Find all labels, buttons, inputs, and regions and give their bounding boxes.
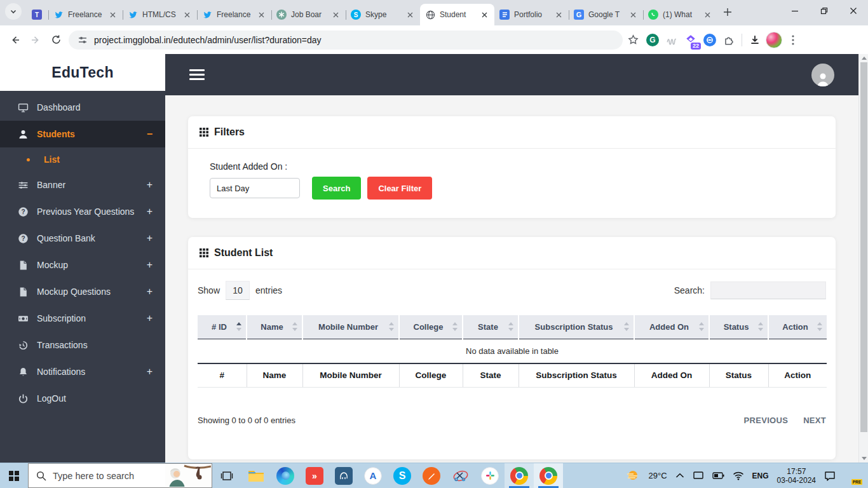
column-header-college[interactable]: College — [399, 315, 463, 339]
scroll-up-arrow[interactable] — [859, 54, 868, 62]
task-view-button[interactable] — [212, 463, 241, 488]
sidebar-item-students[interactable]: Students − — [0, 121, 165, 147]
browser-tab[interactable]: Portfolio — [494, 4, 569, 25]
chrome-taskbar-icon[interactable] — [505, 463, 534, 488]
reload-button[interactable] — [46, 30, 66, 50]
edge-icon[interactable] — [271, 463, 300, 488]
browser-tab[interactable]: HTML/CS — [123, 4, 197, 25]
browser-tab[interactable]: (1) What — [643, 4, 717, 25]
close-icon[interactable] — [182, 10, 192, 20]
column-header-action[interactable]: Action — [768, 315, 827, 339]
browser-tab[interactable]: S Skype — [346, 4, 420, 25]
bookmark-star-button[interactable] — [623, 30, 643, 50]
sidebar-item-mockup[interactable]: Mockup + — [0, 252, 165, 278]
url-text[interactable]: project.imgglobal.in/edutech/admin/user/… — [94, 35, 322, 45]
sidebar-item-mockup-questions[interactable]: Mockup Questions + — [0, 278, 165, 305]
extension-purple-icon[interactable]: 22 — [681, 30, 700, 50]
new-tab-button[interactable] — [719, 3, 736, 21]
user-avatar[interactable] — [811, 64, 834, 86]
column-header-mobile[interactable]: Mobile Number — [302, 315, 399, 339]
student-added-on-input[interactable] — [210, 178, 300, 198]
pen-tool-icon[interactable] — [417, 463, 446, 488]
close-icon[interactable] — [330, 10, 341, 20]
column-header-added-on[interactable]: Added On — [634, 315, 709, 339]
slack-icon[interactable] — [475, 463, 505, 488]
copilot-icon[interactable]: PRE — [844, 468, 860, 484]
expand-plus-icon[interactable]: + — [147, 313, 153, 324]
grammarly-icon[interactable]: G — [643, 30, 662, 50]
expand-plus-icon[interactable]: + — [147, 233, 153, 244]
downloads-icon[interactable] — [745, 30, 764, 50]
sidebar-item-question-bank[interactable]: ? Question Bank + — [0, 225, 165, 252]
browser-tab[interactable]: Freelance — [48, 4, 123, 25]
cast-screen-icon[interactable] — [693, 471, 704, 480]
browser-tab-active[interactable]: Student — [420, 4, 494, 25]
next-page-button[interactable]: NEXT — [803, 416, 826, 425]
url-bar[interactable]: project.imgglobal.in/edutech/admin/user/… — [69, 30, 623, 50]
sidebar-item-dashboard[interactable]: Dashboard — [0, 94, 165, 121]
clock[interactable]: 17:57 03-04-2024 — [777, 467, 816, 485]
sidebar-item-transactions[interactable]: Transactions — [0, 332, 165, 358]
temperature-text[interactable]: 29°C — [649, 471, 667, 480]
sidebar-item-subscription[interactable]: Subscription + — [0, 305, 165, 332]
extension-wave-icon[interactable] — [662, 30, 681, 50]
skype-app-icon[interactable]: S — [388, 463, 417, 488]
expand-plus-icon[interactable]: + — [147, 366, 153, 377]
expand-plus-icon[interactable]: + — [147, 259, 153, 271]
extensions-puzzle-icon[interactable] — [719, 30, 738, 50]
column-header-name[interactable]: Name — [247, 315, 302, 339]
column-header-state[interactable]: State — [463, 315, 519, 339]
sidebar-item-notifications[interactable]: Notifications + — [0, 358, 165, 385]
file-explorer-icon[interactable] — [241, 463, 271, 488]
snipping-tool-icon[interactable] — [446, 463, 475, 488]
pgadmin-icon[interactable] — [329, 463, 358, 488]
sidebar-item-list[interactable]: List — [0, 147, 165, 172]
expand-plus-icon[interactable]: + — [147, 286, 153, 297]
extension-blue-icon[interactable] — [700, 30, 719, 50]
battery-icon[interactable] — [712, 472, 724, 479]
wifi-icon[interactable] — [733, 471, 744, 480]
column-header-subscription[interactable]: Subscription Status — [519, 315, 634, 339]
search-button[interactable]: Search — [312, 177, 361, 200]
start-button[interactable] — [0, 463, 28, 488]
pinned-tab-teams[interactable]: T — [25, 4, 48, 25]
close-window-button[interactable] — [839, 0, 868, 22]
scrollbar-thumb[interactable] — [860, 62, 867, 432]
back-button[interactable] — [5, 30, 25, 50]
hamburger-menu-icon[interactable] — [189, 67, 205, 83]
sidebar-item-banner[interactable]: Banner + — [0, 172, 165, 198]
column-header-id[interactable]: # ID — [198, 315, 247, 339]
browser-tab[interactable]: G Google T — [569, 4, 643, 25]
dev-tool-icon[interactable]: A — [358, 463, 388, 488]
profile-avatar[interactable] — [764, 30, 783, 50]
taskbar-search-box[interactable]: Type here to search — [28, 463, 212, 488]
browser-menu-kebab-icon[interactable] — [783, 30, 803, 50]
close-icon[interactable] — [479, 10, 489, 20]
minimize-button[interactable] — [780, 0, 810, 22]
anydesk-icon[interactable]: » — [300, 463, 329, 488]
clear-filter-button[interactable]: Clear Filter — [367, 177, 432, 200]
expand-plus-icon[interactable]: + — [147, 179, 153, 191]
close-icon[interactable] — [107, 10, 118, 20]
forward-button[interactable] — [25, 30, 46, 50]
search-doodle-image[interactable] — [165, 464, 211, 487]
close-icon[interactable] — [702, 10, 712, 20]
site-settings-icon[interactable] — [78, 35, 88, 45]
page-size-select[interactable]: 10 — [226, 281, 250, 300]
restore-button[interactable] — [810, 0, 839, 22]
browser-tab[interactable]: Job Boar — [271, 4, 346, 25]
notification-center-icon[interactable] — [824, 471, 836, 481]
close-icon[interactable] — [628, 10, 638, 20]
sidebar-item-logout[interactable]: LogOut — [0, 385, 165, 412]
language-indicator[interactable]: ENG — [752, 471, 769, 480]
close-icon[interactable] — [553, 10, 564, 20]
scroll-down-arrow[interactable] — [859, 454, 868, 463]
close-icon[interactable] — [256, 10, 266, 20]
table-search-input[interactable] — [710, 281, 826, 299]
column-header-status[interactable]: Status — [709, 315, 768, 339]
tray-chevron-up-icon[interactable] — [675, 473, 684, 478]
previous-page-button[interactable]: PREVIOUS — [744, 416, 789, 425]
tab-search-button[interactable] — [5, 3, 22, 20]
browser-tab[interactable]: Freelance — [197, 4, 271, 25]
close-icon[interactable] — [405, 10, 415, 20]
